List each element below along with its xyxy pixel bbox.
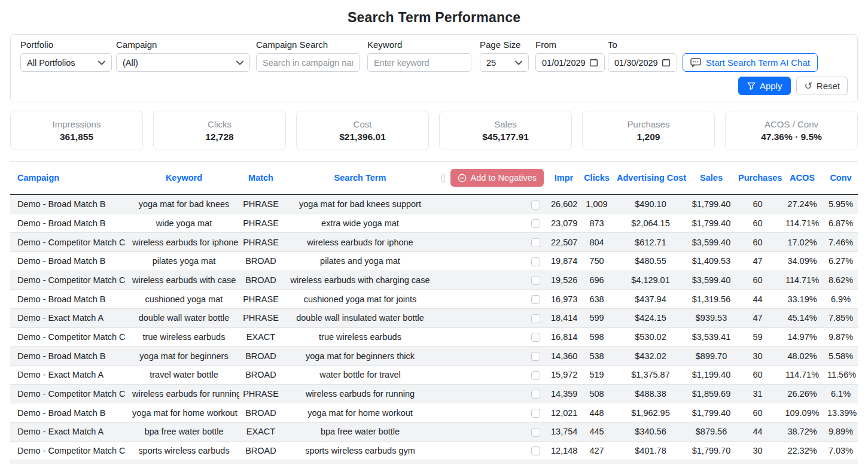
row-checkbox[interactable]	[531, 219, 540, 228]
cell-search_term: true wireless earbuds	[282, 327, 438, 347]
cell-advertising_cost: $530.02	[613, 327, 688, 347]
cell-impr: 14,359	[547, 384, 580, 403]
from-date-input[interactable]: 01/01/2029	[535, 53, 605, 72]
row-checkbox[interactable]	[531, 390, 540, 399]
column-header-keyword[interactable]: Keyword	[129, 162, 239, 195]
cell-search_term: extra wide yoga mat	[282, 214, 438, 233]
campaign-search-input[interactable]	[256, 53, 360, 72]
campaign-label: Campaign	[116, 39, 256, 50]
cell-clicks: 508	[580, 384, 613, 403]
start-ai-chat-button[interactable]: Start Search Term AI Chat	[683, 53, 818, 72]
cell-select	[438, 271, 547, 290]
column-header-conv[interactable]: Conv	[824, 162, 858, 195]
cell-acos: 114.71%	[781, 271, 824, 290]
cell-purchases: 44	[735, 423, 781, 442]
apply-button[interactable]: Apply	[738, 77, 791, 95]
cell-select	[438, 384, 547, 403]
cell-conv: 7.46%	[824, 233, 858, 252]
table-row: Demo - Exact Match Adouble wall water bo…	[10, 309, 858, 328]
start-ai-chat-label: Start Search Term AI Chat	[706, 57, 810, 68]
portfolio-select-value: All Portfolios	[27, 58, 75, 68]
table-row: Demo - Broad Match Bwide yoga matPHRASEe…	[10, 214, 858, 233]
cell-keyword: wireless earbuds for running	[129, 384, 239, 403]
cell-keyword: yoga mat for beginners	[129, 347, 239, 366]
cell-sales: $899.70	[688, 347, 735, 366]
reset-button[interactable]: ↺ Reset	[796, 77, 848, 95]
cell-conv: 6.1%	[824, 384, 858, 403]
cell-acos: 34.09%	[781, 252, 824, 271]
row-checkbox[interactable]	[531, 428, 540, 437]
cell-conv: 6.87%	[824, 214, 858, 233]
cell-select	[438, 423, 547, 442]
column-header-campaign[interactable]: Campaign	[10, 162, 129, 195]
cell-sales: $3,539.41	[688, 327, 735, 347]
calendar-icon[interactable]	[662, 58, 671, 67]
cell-advertising_cost: $340.56	[613, 423, 688, 442]
column-header-purchases[interactable]: Purchases	[735, 162, 781, 195]
cell-purchases: 31	[735, 384, 781, 403]
page-size-select[interactable]: 25	[480, 53, 529, 72]
cell-impr: 18,414	[547, 309, 580, 328]
cell-acos: 27.24%	[781, 195, 824, 214]
row-checkbox[interactable]	[531, 314, 540, 323]
cell-match: BROAD	[239, 403, 282, 423]
select-all-checkbox[interactable]	[441, 174, 445, 183]
page-size-label: Page Size	[480, 39, 535, 50]
row-checkbox[interactable]	[531, 333, 540, 342]
column-header-clicks[interactable]: Clicks	[580, 162, 613, 195]
cell-clicks: 750	[580, 252, 613, 271]
chevron-down-icon	[236, 60, 243, 65]
campaign-select[interactable]: (All)	[116, 53, 250, 72]
chevron-down-icon	[515, 60, 522, 65]
row-checkbox[interactable]	[531, 409, 540, 418]
column-header-impr[interactable]: Impr	[547, 162, 580, 195]
row-checkbox[interactable]	[531, 352, 540, 361]
row-checkbox[interactable]	[531, 446, 540, 455]
cell-acos: 22.32%	[781, 441, 824, 460]
to-date-input[interactable]: 01/30/2029	[608, 53, 677, 72]
column-header-sales[interactable]: Sales	[688, 162, 735, 195]
cell-match: PHRASE	[239, 233, 282, 252]
row-checkbox[interactable]	[531, 276, 540, 285]
cell-purchases: 59	[735, 327, 781, 347]
row-checkbox[interactable]	[531, 371, 540, 380]
cell-campaign: Demo - Exact Match A	[10, 366, 129, 385]
campaign-field: Campaign (All)	[116, 39, 256, 72]
cell-sales: $1,409.53	[688, 252, 735, 271]
add-to-negatives-button[interactable]: Add to Negatives	[450, 169, 544, 187]
row-checkbox[interactable]	[531, 238, 540, 247]
portfolio-select[interactable]: All Portfolios	[20, 53, 112, 72]
cell-advertising_cost: $1,962.95	[613, 403, 688, 423]
summary-card-cost: Cost $21,396.01	[296, 111, 429, 150]
summary-card-label: Sales	[494, 119, 517, 129]
row-checkbox[interactable]	[531, 200, 540, 209]
column-header-advertising_cost[interactable]: Advertising Cost	[613, 162, 688, 195]
cell-acos: 38.72%	[781, 423, 824, 442]
cell-clicks: 598	[580, 327, 613, 347]
cell-campaign: Demo - Competitor Match C	[10, 271, 129, 290]
cell-match: BROAD	[239, 252, 282, 271]
keyword-field: Keyword	[367, 39, 480, 72]
cell-campaign: Demo - Broad Match B	[10, 195, 129, 214]
portfolio-label: Portfolio	[20, 39, 116, 50]
calendar-icon[interactable]	[589, 58, 598, 67]
cell-match: EXACT	[239, 327, 282, 347]
cell-select	[438, 441, 547, 460]
cell-conv: 8.62%	[824, 271, 858, 290]
keyword-input[interactable]	[367, 53, 471, 72]
cell-campaign: Demo - Exact Match A	[10, 309, 129, 328]
row-checkbox[interactable]	[531, 257, 540, 266]
cell-keyword: pilates yoga mat	[129, 252, 239, 271]
cell-conv: 5.95%	[824, 195, 858, 214]
cell-purchases: 30	[735, 347, 781, 366]
summary-card-value: $45,177.91	[482, 132, 529, 142]
cell-match: PHRASE	[239, 384, 282, 403]
row-checkbox[interactable]	[531, 295, 540, 304]
cell-sales: $879.56	[688, 423, 735, 442]
column-header-match[interactable]: Match	[239, 162, 282, 195]
column-header-acos[interactable]: ACOS	[781, 162, 824, 195]
cell-advertising_cost: $401.78	[613, 441, 688, 460]
cell-campaign: Demo - Competitor Match C	[10, 441, 129, 460]
column-header-search_term[interactable]: Search Term	[282, 162, 438, 195]
cell-advertising_cost: $480.55	[613, 252, 688, 271]
